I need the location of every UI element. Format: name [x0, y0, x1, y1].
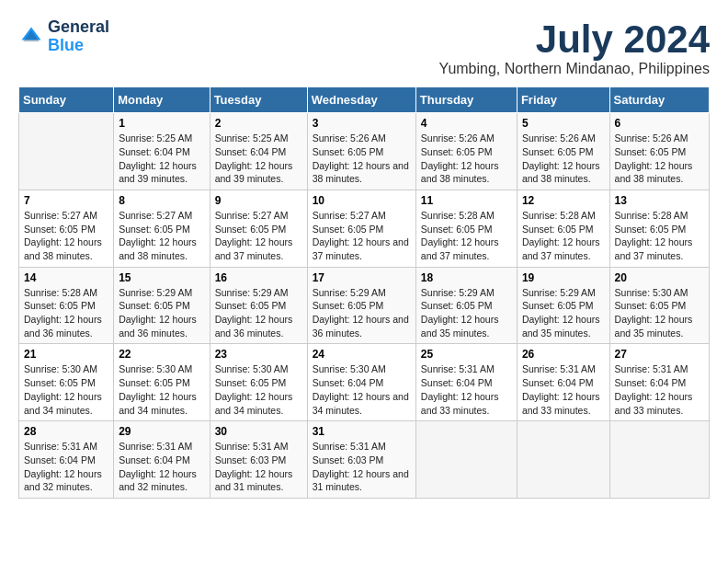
- day-number: 20: [615, 271, 704, 284]
- weekday-header: Saturday: [609, 87, 709, 113]
- cell-content: Sunrise: 5:30 AM Sunset: 6:05 PM Dayligh…: [615, 286, 704, 340]
- calendar-title: July 2024: [439, 18, 710, 61]
- calendar-week-row: 7Sunrise: 5:27 AM Sunset: 6:05 PM Daylig…: [19, 190, 710, 267]
- calendar-cell: 5Sunrise: 5:26 AM Sunset: 6:05 PM Daylig…: [517, 113, 609, 190]
- cell-content: Sunrise: 5:27 AM Sunset: 6:05 PM Dayligh…: [215, 209, 302, 263]
- cell-content: Sunrise: 5:31 AM Sunset: 6:04 PM Dayligh…: [421, 362, 512, 417]
- day-number: 19: [522, 271, 605, 284]
- cell-content: Sunrise: 5:25 AM Sunset: 6:04 PM Dayligh…: [215, 132, 302, 186]
- calendar-cell: 8Sunrise: 5:27 AM Sunset: 6:05 PM Daylig…: [114, 190, 210, 267]
- calendar-cell: 4Sunrise: 5:26 AM Sunset: 6:05 PM Daylig…: [415, 113, 517, 190]
- calendar-cell: [19, 113, 114, 190]
- day-number: 24: [313, 348, 411, 361]
- weekday-header: Friday: [517, 87, 609, 113]
- day-number: 8: [119, 194, 204, 207]
- day-number: 15: [119, 271, 204, 284]
- day-number: 27: [615, 348, 704, 361]
- cell-content: Sunrise: 5:30 AM Sunset: 6:05 PM Dayligh…: [24, 362, 108, 417]
- day-number: 28: [24, 425, 108, 438]
- day-number: 6: [615, 117, 704, 130]
- calendar-week-row: 14Sunrise: 5:28 AM Sunset: 6:05 PM Dayli…: [19, 267, 710, 344]
- calendar-cell: 2Sunrise: 5:25 AM Sunset: 6:04 PM Daylig…: [210, 113, 307, 190]
- calendar-cell: 26Sunrise: 5:31 AM Sunset: 6:04 PM Dayli…: [517, 344, 609, 421]
- cell-content: Sunrise: 5:31 AM Sunset: 6:03 PM Dayligh…: [215, 440, 302, 494]
- calendar-cell: 17Sunrise: 5:29 AM Sunset: 6:05 PM Dayli…: [307, 267, 415, 344]
- calendar-cell: 30Sunrise: 5:31 AM Sunset: 6:03 PM Dayli…: [210, 421, 307, 499]
- day-number: 30: [215, 425, 302, 438]
- calendar-cell: 23Sunrise: 5:30 AM Sunset: 6:05 PM Dayli…: [210, 344, 307, 421]
- cell-content: Sunrise: 5:31 AM Sunset: 6:04 PM Dayligh…: [615, 362, 704, 417]
- calendar-cell: [609, 421, 709, 499]
- weekday-header: Wednesday: [307, 87, 415, 113]
- day-number: 4: [421, 117, 512, 130]
- day-number: 18: [421, 271, 512, 284]
- weekday-header: Tuesday: [210, 87, 307, 113]
- day-number: 17: [313, 271, 411, 284]
- calendar-cell: 15Sunrise: 5:29 AM Sunset: 6:05 PM Dayli…: [114, 267, 210, 344]
- cell-content: Sunrise: 5:31 AM Sunset: 6:04 PM Dayligh…: [522, 362, 605, 417]
- calendar-week-row: 28Sunrise: 5:31 AM Sunset: 6:04 PM Dayli…: [19, 421, 710, 499]
- day-number: 12: [522, 194, 605, 207]
- cell-content: Sunrise: 5:28 AM Sunset: 6:05 PM Dayligh…: [421, 209, 512, 263]
- day-number: 11: [421, 194, 512, 207]
- cell-content: Sunrise: 5:26 AM Sunset: 6:05 PM Dayligh…: [313, 132, 411, 186]
- calendar-cell: 19Sunrise: 5:29 AM Sunset: 6:05 PM Dayli…: [517, 267, 609, 344]
- calendar-cell: 24Sunrise: 5:30 AM Sunset: 6:04 PM Dayli…: [307, 344, 415, 421]
- day-number: 31: [313, 425, 411, 438]
- weekday-header-row: SundayMondayTuesdayWednesdayThursdayFrid…: [19, 87, 710, 113]
- day-number: 3: [313, 117, 411, 130]
- calendar-cell: 16Sunrise: 5:29 AM Sunset: 6:05 PM Dayli…: [210, 267, 307, 344]
- calendar-cell: 31Sunrise: 5:31 AM Sunset: 6:03 PM Dayli…: [307, 421, 415, 499]
- calendar-subtitle: Yumbing, Northern Mindanao, Philippines: [439, 61, 710, 77]
- cell-content: Sunrise: 5:29 AM Sunset: 6:05 PM Dayligh…: [119, 286, 204, 340]
- day-number: 22: [119, 348, 204, 361]
- day-number: 7: [24, 194, 108, 207]
- day-number: 16: [215, 271, 302, 284]
- calendar-cell: 13Sunrise: 5:28 AM Sunset: 6:05 PM Dayli…: [609, 190, 709, 267]
- logo-text-line1: General: [48, 18, 109, 37]
- calendar-week-row: 21Sunrise: 5:30 AM Sunset: 6:05 PM Dayli…: [19, 344, 710, 421]
- weekday-header: Sunday: [19, 87, 114, 113]
- calendar-cell: 27Sunrise: 5:31 AM Sunset: 6:04 PM Dayli…: [609, 344, 709, 421]
- day-number: 1: [119, 117, 204, 130]
- calendar-cell: 7Sunrise: 5:27 AM Sunset: 6:05 PM Daylig…: [19, 190, 114, 267]
- cell-content: Sunrise: 5:30 AM Sunset: 6:05 PM Dayligh…: [215, 362, 302, 417]
- calendar-cell: 10Sunrise: 5:27 AM Sunset: 6:05 PM Dayli…: [307, 190, 415, 267]
- cell-content: Sunrise: 5:29 AM Sunset: 6:05 PM Dayligh…: [421, 286, 512, 340]
- calendar-week-row: 1Sunrise: 5:25 AM Sunset: 6:04 PM Daylig…: [19, 113, 710, 190]
- calendar-cell: 12Sunrise: 5:28 AM Sunset: 6:05 PM Dayli…: [517, 190, 609, 267]
- calendar-cell: 11Sunrise: 5:28 AM Sunset: 6:05 PM Dayli…: [415, 190, 517, 267]
- title-block: July 2024 Yumbing, Northern Mindanao, Ph…: [439, 18, 710, 77]
- cell-content: Sunrise: 5:31 AM Sunset: 6:03 PM Dayligh…: [313, 440, 411, 494]
- day-number: 21: [24, 348, 108, 361]
- cell-content: Sunrise: 5:31 AM Sunset: 6:04 PM Dayligh…: [24, 440, 108, 494]
- calendar-table: SundayMondayTuesdayWednesdayThursdayFrid…: [18, 86, 710, 499]
- day-number: 29: [119, 425, 204, 438]
- calendar-cell: 20Sunrise: 5:30 AM Sunset: 6:05 PM Dayli…: [609, 267, 709, 344]
- cell-content: Sunrise: 5:29 AM Sunset: 6:05 PM Dayligh…: [215, 286, 302, 340]
- cell-content: Sunrise: 5:28 AM Sunset: 6:05 PM Dayligh…: [24, 286, 108, 340]
- cell-content: Sunrise: 5:25 AM Sunset: 6:04 PM Dayligh…: [119, 132, 204, 186]
- logo-text-line2: Blue: [48, 37, 109, 55]
- cell-content: Sunrise: 5:27 AM Sunset: 6:05 PM Dayligh…: [24, 209, 108, 263]
- page-header: General Blue July 2024 Yumbing, Northern…: [18, 18, 710, 77]
- cell-content: Sunrise: 5:29 AM Sunset: 6:05 PM Dayligh…: [522, 286, 605, 340]
- day-number: 23: [215, 348, 302, 361]
- cell-content: Sunrise: 5:26 AM Sunset: 6:05 PM Dayligh…: [421, 132, 512, 186]
- cell-content: Sunrise: 5:26 AM Sunset: 6:05 PM Dayligh…: [615, 132, 704, 186]
- cell-content: Sunrise: 5:28 AM Sunset: 6:05 PM Dayligh…: [615, 209, 704, 263]
- calendar-cell: 22Sunrise: 5:30 AM Sunset: 6:05 PM Dayli…: [114, 344, 210, 421]
- day-number: 26: [522, 348, 605, 361]
- calendar-cell: 9Sunrise: 5:27 AM Sunset: 6:05 PM Daylig…: [210, 190, 307, 267]
- calendar-cell: 21Sunrise: 5:30 AM Sunset: 6:05 PM Dayli…: [19, 344, 114, 421]
- cell-content: Sunrise: 5:30 AM Sunset: 6:05 PM Dayligh…: [119, 362, 204, 417]
- day-number: 25: [421, 348, 512, 361]
- day-number: 10: [313, 194, 411, 207]
- calendar-cell: 18Sunrise: 5:29 AM Sunset: 6:05 PM Dayli…: [415, 267, 517, 344]
- cell-content: Sunrise: 5:29 AM Sunset: 6:05 PM Dayligh…: [313, 286, 411, 340]
- calendar-cell: 25Sunrise: 5:31 AM Sunset: 6:04 PM Dayli…: [415, 344, 517, 421]
- calendar-cell: 6Sunrise: 5:26 AM Sunset: 6:05 PM Daylig…: [609, 113, 709, 190]
- day-number: 2: [215, 117, 302, 130]
- calendar-cell: [415, 421, 517, 499]
- calendar-cell: 28Sunrise: 5:31 AM Sunset: 6:04 PM Dayli…: [19, 421, 114, 499]
